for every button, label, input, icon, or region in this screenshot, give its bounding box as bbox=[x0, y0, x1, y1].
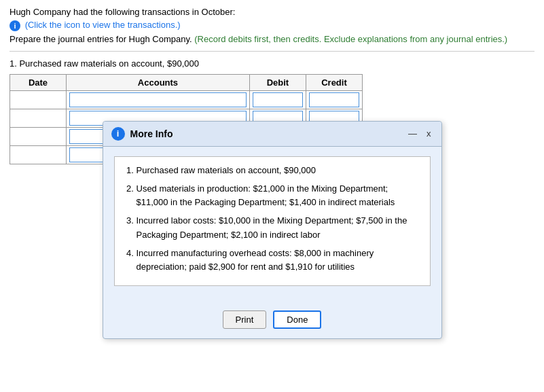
list-item: Incurred manufacturing overhead costs: $… bbox=[137, 247, 420, 275]
date-cell-1 bbox=[10, 90, 67, 109]
modal-footer: Print Done bbox=[103, 305, 441, 338]
date-cell-2 bbox=[10, 109, 67, 127]
modal-controls: — x bbox=[406, 128, 433, 139]
table-row bbox=[10, 90, 363, 109]
print-button[interactable]: Print bbox=[223, 310, 267, 329]
date-cell-3 bbox=[10, 127, 67, 145]
prepare-line: Prepare the journal entries for Hugh Com… bbox=[10, 34, 534, 52]
info-box: Purchased raw materials on account, $90,… bbox=[114, 156, 431, 287]
done-button[interactable]: Done bbox=[273, 310, 321, 329]
intro-text: Hugh Company had the following transacti… bbox=[10, 7, 534, 17]
credit-cell-1[interactable] bbox=[306, 90, 362, 109]
modal-body: Purchased raw materials on account, $90,… bbox=[103, 147, 441, 306]
debit-input-1[interactable] bbox=[253, 92, 303, 107]
list-item: Incurred labor costs: $10,000 in the Mix… bbox=[137, 214, 420, 243]
modal-box: i More Info — x Purchased raw materials … bbox=[103, 121, 442, 340]
modal-info-icon: i bbox=[111, 127, 125, 141]
modal-header: i More Info — x bbox=[103, 122, 441, 147]
info-icon[interactable]: i bbox=[10, 20, 20, 31]
header-debit: Debit bbox=[249, 74, 306, 90]
modal-minimize-button[interactable]: — bbox=[406, 128, 419, 139]
main-text: Hugh Company had the following transacti… bbox=[10, 7, 235, 17]
date-cell-4 bbox=[10, 145, 67, 164]
list-item: Used materials in production: $21,000 in… bbox=[137, 182, 420, 211]
click-link[interactable]: (Click the icon to view the transactions… bbox=[25, 20, 181, 30]
header-credit: Credit bbox=[306, 74, 362, 90]
prepare-note: (Record debits first, then credits. Excl… bbox=[194, 34, 507, 44]
header-date: Date bbox=[10, 74, 67, 90]
credit-input-1[interactable] bbox=[309, 92, 359, 107]
modal-close-button[interactable]: x bbox=[424, 128, 433, 139]
accounts-input-1[interactable] bbox=[69, 92, 247, 107]
info-list: Purchased raw materials on account, $90,… bbox=[124, 164, 420, 275]
question-label: 1. Purchased raw materials on account, $… bbox=[10, 58, 534, 69]
click-line: i (Click the icon to view the transactio… bbox=[10, 20, 534, 31]
accounts-cell-1[interactable] bbox=[67, 90, 250, 109]
modal-title: More Info bbox=[130, 128, 407, 139]
list-item: Purchased raw materials on account, $90,… bbox=[137, 164, 420, 178]
prepare-text: Prepare the journal entries for Hugh Com… bbox=[10, 34, 192, 44]
header-accounts: Accounts bbox=[67, 74, 250, 90]
debit-cell-1[interactable] bbox=[249, 90, 306, 109]
